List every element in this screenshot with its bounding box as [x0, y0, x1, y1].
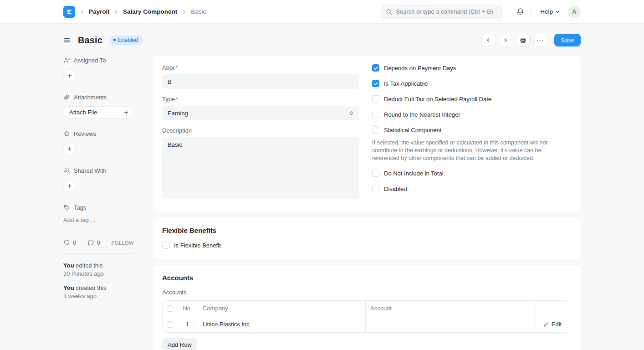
plus-icon	[123, 110, 129, 115]
chevron-right-icon	[181, 9, 187, 15]
notifications-bell-icon[interactable]	[516, 8, 524, 15]
checkbox-disabled[interactable]: Disabled	[372, 185, 569, 192]
abbr-input[interactable]	[162, 74, 359, 89]
checkbox-box[interactable]	[372, 111, 379, 118]
comment-icon[interactable]	[87, 239, 94, 246]
help-label: Help	[540, 8, 553, 15]
statistical-component-help: If selected, the value specified or calc…	[372, 139, 569, 162]
more-options-button[interactable]: ···	[533, 34, 547, 46]
accounts-table: No. Company Account 1 Unico Plastics Inc	[162, 300, 569, 333]
next-record-button[interactable]	[499, 34, 512, 46]
attach-file-button[interactable]: Attach File	[63, 106, 134, 118]
status-badge: Enabled	[110, 36, 143, 45]
activity-what: edited this	[76, 262, 102, 269]
global-search[interactable]	[381, 5, 503, 19]
heart-icon[interactable]	[63, 239, 70, 246]
checkbox-label: Statistical Component	[384, 127, 441, 134]
navbar: Payroll Salary Component Basic	[0, 0, 644, 24]
table-header-row: No. Company Account	[163, 301, 569, 316]
follow-button[interactable]: FOLLOW	[112, 240, 134, 246]
previous-record-button[interactable]	[481, 34, 495, 46]
users-icon	[63, 167, 70, 174]
breadcrumb-salary-component[interactable]: Salary Component	[123, 8, 177, 15]
column-header-no: No.	[177, 301, 198, 316]
page-header: Basic Enabled ··· Save	[63, 32, 581, 48]
checkbox-depends-on-payment-days[interactable]: Depends on Payment Days	[372, 64, 569, 72]
divider	[63, 253, 134, 254]
accounts-title: Accounts	[162, 274, 569, 282]
search-input[interactable]	[396, 8, 498, 15]
app-logo-icon[interactable]	[63, 6, 75, 18]
edit-label: Edit	[552, 321, 562, 328]
breadcrumb-payroll[interactable]: Payroll	[89, 8, 109, 15]
accounts-section: Accounts Accounts No. Company Account	[153, 266, 581, 350]
checkbox-is-tax-applicable[interactable]: Is Tax Applicable	[372, 80, 569, 87]
column-header-company: Company	[198, 301, 366, 316]
activity-who: You	[63, 262, 74, 269]
checkbox-label: Do Not Include in Total	[384, 170, 444, 177]
sidebar-toggle-icon[interactable]	[63, 36, 71, 44]
assign-user-icon	[63, 57, 70, 64]
column-header-account: Account	[366, 301, 536, 316]
help-menu[interactable]: Help	[540, 8, 560, 15]
checkbox-box[interactable]	[162, 242, 169, 249]
tags-label: Tags	[74, 204, 86, 211]
type-select[interactable]: Earning	[162, 106, 359, 120]
tag-icon	[63, 204, 70, 211]
row-company-cell[interactable]: Unico Plastics Inc	[198, 316, 366, 332]
checkbox-box[interactable]	[372, 64, 379, 72]
row-checkbox[interactable]	[167, 321, 173, 328]
attachments-label: Attachments	[74, 94, 107, 101]
row-number: 1	[177, 316, 198, 332]
checkbox-box[interactable]	[372, 126, 379, 134]
flexible-benefits-section: Flexible Benefits Is Flexible Benefit	[153, 218, 581, 259]
select-all-checkbox[interactable]	[167, 305, 173, 312]
activity-when: 30 minutes ago	[63, 270, 134, 278]
add-review-button[interactable]	[63, 143, 76, 155]
search-icon	[386, 9, 392, 15]
row-account-cell[interactable]	[366, 316, 536, 332]
user-avatar[interactable]: A	[568, 5, 581, 18]
activity-what: created this	[76, 284, 106, 291]
checkbox-box[interactable]	[372, 95, 379, 103]
form-sidebar: Assigned To Attachments Attach File	[63, 56, 134, 350]
description-label: Description	[162, 127, 359, 134]
checkbox-box[interactable]	[372, 80, 379, 87]
add-tag-input[interactable]: Add a tag ...	[63, 216, 95, 223]
checkbox-do-not-include-in-total[interactable]: Do Not Include in Total	[372, 170, 569, 177]
star-icon	[63, 130, 70, 137]
add-share-button[interactable]	[63, 180, 76, 192]
activity-when: 3 weeks ago	[63, 293, 134, 300]
activity-who: You	[63, 284, 74, 291]
pencil-icon	[543, 322, 549, 327]
type-select-value: Earning	[168, 110, 188, 117]
checkbox-statistical-component[interactable]: Statistical Component	[372, 126, 569, 134]
checkbox-label: Depends on Payment Days	[384, 65, 456, 72]
likes-count: 0	[73, 239, 76, 246]
reviews-label: Reviews	[74, 130, 96, 137]
checkbox-round-nearest-integer[interactable]: Round to the Nearest Integer	[372, 111, 569, 118]
print-button[interactable]	[516, 34, 530, 46]
checkbox-box[interactable]	[372, 170, 379, 177]
checkbox-deduct-full-tax[interactable]: Deduct Full Tax on Selected Payroll Date	[372, 95, 569, 103]
description-textarea[interactable]: Basic	[162, 137, 359, 199]
activity-created: You created this 3 weeks ago	[63, 284, 134, 300]
checkbox-label: Is Tax Applicable	[384, 80, 428, 87]
checkbox-label: Round to the Nearest Integer	[384, 111, 460, 118]
row-edit-button[interactable]: Edit	[543, 321, 562, 328]
checkbox-box[interactable]	[372, 185, 379, 192]
checkbox-label: Disabled	[384, 185, 407, 192]
status-dot	[113, 39, 116, 41]
flexible-benefits-title: Flexible Benefits	[162, 226, 569, 234]
page-title: Basic	[78, 35, 102, 46]
checkbox-is-flexible-benefit[interactable]: Is Flexible Benefit	[162, 242, 569, 249]
save-button[interactable]: Save	[554, 34, 581, 46]
chevron-down-icon	[555, 10, 560, 14]
paperclip-icon	[63, 94, 70, 101]
abbr-label: Abbr*	[162, 64, 359, 71]
table-row: 1 Unico Plastics Inc Edit	[163, 316, 569, 332]
comments-count: 0	[97, 239, 100, 246]
shared-with-label: Shared With	[74, 167, 107, 174]
add-row-button[interactable]: Add Row	[162, 338, 197, 350]
add-assignment-button[interactable]	[63, 69, 76, 82]
